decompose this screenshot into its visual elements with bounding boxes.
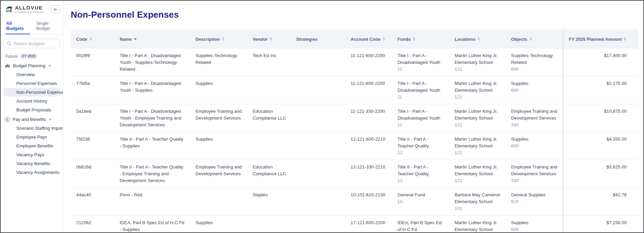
- column-header-code[interactable]: Code: [71, 30, 114, 49]
- cell-funds: Title I - Part A - Disadvantaged Youth 1…: [392, 76, 449, 104]
- cell-name: Title II - Part A - Teacher Quality - Em…: [114, 160, 190, 187]
- sort-icon: [90, 37, 92, 41]
- locations-label: Martin Luther King Jr. Elementary School: [455, 164, 502, 177]
- cell-vendor: Education Compliance LLC: [247, 160, 291, 187]
- cell-name: Title I - Part A - Disadvantaged Youth -…: [114, 49, 190, 76]
- funds-label: IDEA, Part B Spec Ed of H.C Fd: [397, 219, 445, 232]
- column-header-description[interactable]: Description: [190, 30, 247, 49]
- cell-strategies: [291, 132, 345, 160]
- sidebar-nav: Budget Planning ▾ OverviewPersonnel Expe…: [1, 61, 63, 177]
- cell-code: 212062: [71, 216, 114, 232]
- cell-account-code: 11-121-330-2200: [345, 104, 392, 132]
- sidebar-item-employee-benefits[interactable]: Employee Benefits: [3, 142, 60, 150]
- cell-locations: Martin Luther King Jr. Elementary School…: [449, 160, 506, 187]
- column-label: Objects: [511, 37, 527, 42]
- cell-name: IDEA, Part B Spec Ed of H.C Fd - Supplie…: [114, 216, 190, 232]
- sidebar-item-vacancy-benefits[interactable]: Vacancy Benefits: [3, 159, 60, 168]
- column-label: Description: [196, 37, 220, 42]
- sort-icon: [530, 37, 532, 41]
- sidebar-item-vacancy-assignments[interactable]: Vacancy Assignments: [3, 168, 60, 177]
- cell-description: [190, 188, 247, 215]
- locations-code: 121: [455, 149, 502, 156]
- cell-description: Supplies: [190, 132, 247, 160]
- sidebar-item-budget-proposals[interactable]: Budget Proposals: [3, 106, 60, 114]
- sort-icon: [383, 37, 385, 41]
- objects-code: 610: [511, 198, 559, 205]
- sidebar-item-personnel-expenses[interactable]: Personnel Expenses: [3, 79, 60, 88]
- objects-label: Supplies: [511, 136, 559, 143]
- cell-name: Pens - Red: [114, 188, 190, 215]
- locations-label: Barbara May Cameron Elementary School: [455, 192, 502, 205]
- tab-all-budgets[interactable]: All Budgets: [5, 18, 30, 34]
- sort-icon: [624, 37, 626, 41]
- sort-icon: [270, 37, 272, 41]
- funds-label: Title I - Part A - Disadvantaged Youth: [397, 108, 445, 122]
- sidebar-item-account-history[interactable]: Account History: [3, 97, 60, 105]
- funds-code: 12: [397, 177, 445, 184]
- funds-code: 11: [397, 66, 445, 73]
- sort-icon: [413, 37, 415, 41]
- table-row[interactable]: 5a1bed Title I - Part A - Disadvantaged …: [71, 104, 639, 132]
- expenses-table: Code Name Description Vendor Strategies …: [71, 30, 639, 232]
- cell-objects: General Supplies 610: [506, 188, 563, 215]
- column-header-objects[interactable]: Objects: [506, 30, 563, 49]
- objects-label: Supplies-Technology Related: [511, 52, 559, 66]
- cell-planned-amount: $10,875.00: [563, 104, 639, 132]
- cell-strategies: [291, 216, 345, 232]
- funds-code: 10: [397, 198, 445, 205]
- column-header-funds[interactable]: Funds: [392, 30, 449, 49]
- table-row[interactable]: 0b616d Title II - Part A - Teacher Quali…: [71, 160, 639, 188]
- cell-name: Title I - Part A - Disadvantaged Youth -…: [114, 104, 190, 132]
- sidebar-item-overview[interactable]: Overview: [3, 70, 60, 79]
- collapse-sidebar-button[interactable]: ⇤: [51, 5, 60, 14]
- cell-locations: Martin Luther King Jr. Elementary School…: [449, 132, 506, 160]
- cell-planned-amount: $4,350.00: [563, 132, 639, 160]
- tab-single-budget[interactable]: Single Budget: [35, 18, 63, 34]
- cell-strategies: [291, 160, 345, 187]
- search-budgets-box: [3, 39, 60, 48]
- cell-funds: Title II - Part A - Teacher Quality 12: [392, 160, 449, 187]
- column-header-locations[interactable]: Locations: [449, 30, 506, 49]
- objects-code: 600: [511, 87, 559, 94]
- nav-group-pay-and-benefits[interactable]: $ Pay and Benefits ▾: [1, 115, 63, 124]
- table-body: 0028f9 Title I - Part A - Disadvantaged …: [71, 49, 639, 232]
- cell-account-code: 12-121-330-2210: [345, 160, 392, 187]
- sidebar-item-vacancy-pays[interactable]: Vacancy Pays: [3, 150, 60, 159]
- sidebar-item-non-personnel-expenses[interactable]: Non-Personnel Expenses: [3, 88, 60, 96]
- table-row[interactable]: 44ac40 Pens - Red Staples 10-101-610-213…: [71, 188, 639, 216]
- locations-code: 121: [455, 94, 502, 101]
- cell-name: Title I - Part A - Disadvantaged Youth -…: [114, 76, 190, 104]
- locations-label: Martin Luther King Jr. Elementary School: [455, 219, 502, 232]
- nav-items-pay-and-benefits: Scenario Staffing ImportEmployee PaysEmp…: [1, 124, 63, 177]
- sidebar: ALLOVUE a PowerSchool Company ⇤ All Budg…: [1, 1, 63, 232]
- search-budgets-input[interactable]: [14, 41, 57, 46]
- column-header-account-code[interactable]: Account Code: [345, 30, 392, 49]
- table-row[interactable]: 75f238 Title II - Part A - Teacher Quali…: [71, 132, 639, 160]
- funds-code: 11: [397, 94, 445, 101]
- table-row[interactable]: 212062 IDEA, Part B Spec Ed of H.C Fd - …: [71, 216, 639, 232]
- column-header-vendor[interactable]: Vendor: [247, 30, 291, 49]
- cell-description: Employee Training and Development Servic…: [190, 104, 247, 132]
- caret-down-icon: ▾: [49, 118, 51, 121]
- table-row[interactable]: 77fd5a Title I - Part A - Disadvantaged …: [71, 76, 639, 104]
- cell-locations: Martin Luther King Jr. Elementary School…: [449, 49, 506, 76]
- cell-funds: Title I - Part A - Disadvantaged Youth 1…: [392, 104, 449, 132]
- cell-planned-amount: $3,625.00: [563, 160, 639, 187]
- objects-label: Employee Training and Development Servic…: [511, 108, 559, 122]
- app-window: ALLOVUE a PowerSchool Company ⇤ All Budg…: [0, 0, 644, 233]
- cell-strategies: [291, 188, 345, 215]
- objects-code: 330: [511, 122, 559, 128]
- table-row[interactable]: 0028f9 Title I - Part A - Disadvantaged …: [71, 49, 639, 76]
- column-label: Locations: [455, 37, 475, 42]
- cell-vendor: [247, 216, 291, 232]
- funds-label: Title I - Part A - Disadvantaged Youth: [397, 80, 445, 94]
- sidebar-item-scenario-staffing-import[interactable]: Scenario Staffing Import: [3, 124, 60, 132]
- sidebar-item-employee-pays[interactable]: Employee Pays: [3, 133, 60, 141]
- cell-description: Employee Training and Development Servic…: [190, 160, 247, 187]
- column-header-fy-2025-planned-amount[interactable]: FY 2025 Planned Amount: [563, 30, 639, 49]
- objects-label: Supplies: [511, 219, 559, 226]
- nav-group-budget-planning[interactable]: Budget Planning ▾: [1, 61, 63, 70]
- cell-code: 77fd5a: [71, 76, 114, 104]
- column-label: Code: [76, 37, 87, 42]
- column-header-name[interactable]: Name: [114, 30, 190, 49]
